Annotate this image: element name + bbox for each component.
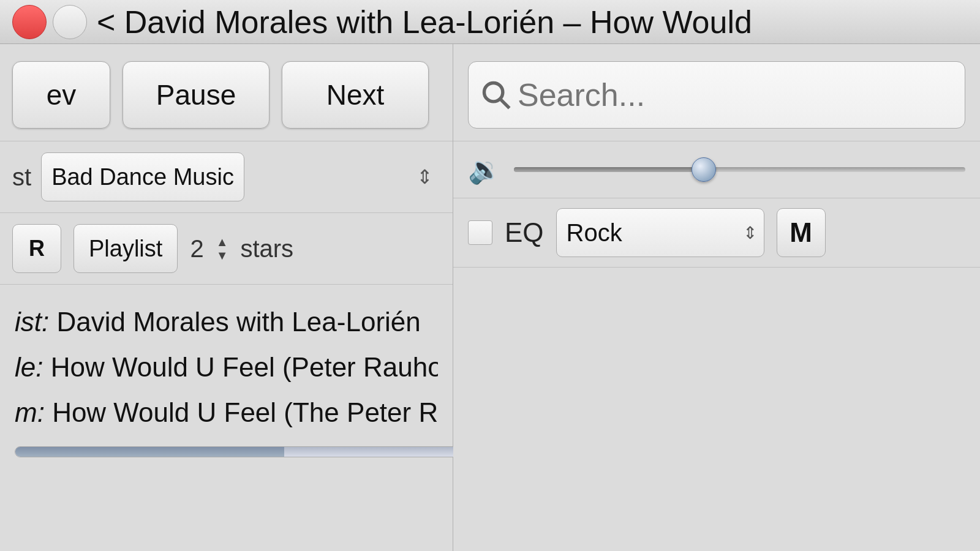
rating-number: 2 xyxy=(190,235,203,263)
artist-line: ist: David Morales with Lea-Lorién xyxy=(15,307,438,337)
eq-row: EQ Flat Rock Pop Jazz Classical Hip Hop … xyxy=(453,198,980,268)
playlist-button[interactable]: Playlist xyxy=(74,224,178,273)
playback-controls: ev Pause Next xyxy=(0,44,453,141)
title-bar: < David Morales with Lea-Lorién – How Wo… xyxy=(0,0,980,44)
pause-button[interactable]: Pause xyxy=(123,61,270,129)
eq-label: EQ xyxy=(505,217,544,248)
search-icon xyxy=(480,79,512,111)
window-controls xyxy=(12,5,87,39)
playlist-row-label: st xyxy=(12,163,31,191)
rating-stepper[interactable]: ▲ ▼ xyxy=(216,236,228,261)
volume-slider[interactable] xyxy=(514,167,965,172)
volume-thumb[interactable] xyxy=(692,157,716,182)
left-panel: ev Pause Next st Bad Dance Music Dance H… xyxy=(0,44,453,551)
playlist-row: st Bad Dance Music Dance Hits Club Class… xyxy=(0,141,453,213)
minimize-button[interactable] xyxy=(53,5,87,39)
volume-fill xyxy=(514,167,704,172)
eq-checkbox[interactable] xyxy=(468,220,492,245)
prev-button[interactable]: ev xyxy=(12,61,110,129)
svg-point-0 xyxy=(484,83,503,102)
main-container: ev Pause Next st Bad Dance Music Dance H… xyxy=(0,44,980,551)
artist-value: David Morales with Lea-Lorién xyxy=(56,307,420,337)
search-row xyxy=(453,44,980,141)
album-line: m: How Would U Feel (The Peter Rauhofer … xyxy=(15,397,438,428)
track-info: ist: David Morales with Lea-Lorién le: H… xyxy=(0,285,453,551)
window-title: < David Morales with Lea-Lorién – How Wo… xyxy=(97,4,752,40)
rating-row: R Playlist 2 ▲ ▼ stars xyxy=(0,213,453,285)
title-label: le: xyxy=(15,352,43,382)
next-button[interactable]: Next xyxy=(282,61,429,129)
album-value: How Would U Feel (The Peter Rauhofer Rem… xyxy=(52,397,438,427)
eq-select-wrapper: Flat Rock Pop Jazz Classical Hip Hop Ele… xyxy=(556,208,764,257)
m-button[interactable]: M xyxy=(777,208,826,257)
search-wrapper xyxy=(468,61,965,129)
stepper-down-icon[interactable]: ▼ xyxy=(216,249,228,261)
playlist-select[interactable]: Bad Dance Music Dance Hits Club Classics… xyxy=(41,152,244,201)
volume-icon: 🔉 xyxy=(468,154,502,186)
stars-label: stars xyxy=(240,235,293,263)
album-label: m: xyxy=(15,397,45,427)
eq-preset-select[interactable]: Flat Rock Pop Jazz Classical Hip Hop Ele… xyxy=(556,208,764,257)
playlist-select-wrapper: Bad Dance Music Dance Hits Club Classics… xyxy=(41,152,440,201)
title-value: How Would U Feel (Peter Rauhofer Club Mi… xyxy=(51,352,438,382)
artist-label: ist: xyxy=(15,307,49,337)
search-input[interactable] xyxy=(468,61,965,129)
title-line: le: How Would U Feel (Peter Rauhofer Clu… xyxy=(15,352,438,383)
stepper-up-icon[interactable]: ▲ xyxy=(216,236,228,248)
progress-bar-fill xyxy=(15,447,284,457)
r-button[interactable]: R xyxy=(12,224,61,273)
svg-line-1 xyxy=(501,100,510,108)
volume-row: 🔉 xyxy=(453,141,980,198)
close-button[interactable] xyxy=(12,5,47,39)
right-panel: 🔉 EQ Flat Rock Pop Jazz Classical Hip Ho… xyxy=(453,44,980,551)
